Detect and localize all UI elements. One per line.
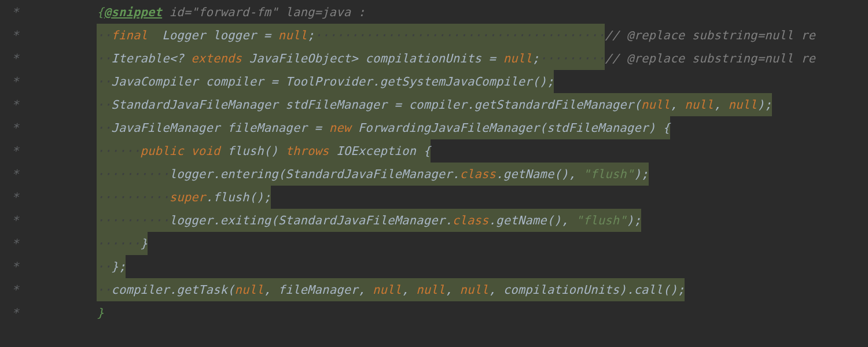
gutter-star: * <box>0 255 53 278</box>
code-line[interactable]: * } <box>0 301 868 324</box>
gutter-star: * <box>0 301 53 324</box>
gutter-star: * <box>0 24 53 47</box>
gutter-star: * <box>0 139 53 163</box>
gutter-star: * <box>0 232 53 255</box>
snippet-close-brace: } <box>97 306 104 320</box>
gutter-star: * <box>0 116 53 139</box>
gutter-star: * <box>0 47 53 70</box>
gutter-star: * <box>0 1 53 24</box>
code-editor[interactable]: * {@snippet id="forward-fm" lang=java : … <box>0 0 868 347</box>
gutter-star: * <box>0 93 53 116</box>
gutter-star: * <box>0 70 53 93</box>
gutter-star: * <box>0 209 53 232</box>
gutter-star: * <box>0 186 53 209</box>
gutter-star: * <box>0 163 53 186</box>
gutter-star: * <box>0 278 53 301</box>
